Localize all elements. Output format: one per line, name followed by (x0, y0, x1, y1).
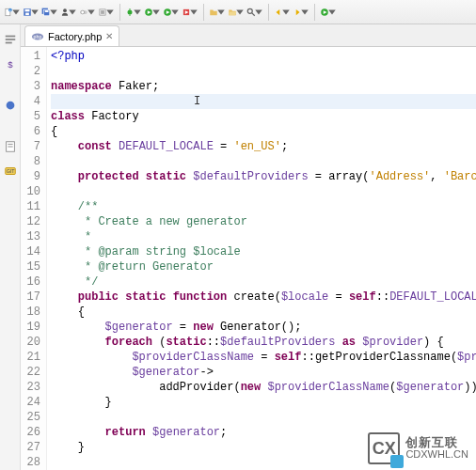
svg-rect-46 (5, 39, 15, 40)
line-number: 18 (21, 305, 40, 320)
line-number: 6 (21, 124, 40, 139)
line-number: 13 (21, 229, 40, 244)
line-number: 23 (21, 380, 40, 395)
code-line[interactable]: { (51, 124, 476, 139)
svg-marker-33 (217, 9, 225, 14)
toolbar-separator (314, 4, 315, 21)
toolbar-separator (119, 4, 120, 21)
code-line[interactable]: $generator = new Generator(); (51, 320, 476, 335)
editor-tab-active[interactable]: php Factory.php ✕ (24, 25, 119, 46)
code-line[interactable]: public static function create($locale = … (51, 290, 476, 305)
code-line[interactable]: class Factory (51, 109, 476, 124)
line-number: 15 (21, 259, 40, 274)
svg-text:$: $ (8, 59, 13, 70)
line-number: 14 (21, 244, 40, 259)
toggle-icon[interactable] (79, 4, 96, 21)
user-icon[interactable] (60, 4, 77, 21)
code-line[interactable]: */ (51, 274, 476, 290)
code-line[interactable] (51, 410, 476, 425)
line-number: 24 (21, 395, 40, 410)
outline-icon[interactable] (3, 32, 18, 47)
svg-marker-32 (190, 9, 198, 14)
main-toolbar: + (0, 0, 476, 24)
svg-marker-16 (87, 9, 95, 14)
svg-text:php: php (34, 33, 42, 39)
vars-icon[interactable]: $ (3, 56, 18, 71)
new-folder-icon[interactable] (209, 4, 226, 21)
svg-marker-26 (152, 9, 160, 14)
text-cursor-icon: I (194, 94, 195, 107)
svg-rect-18 (101, 10, 104, 14)
svg-marker-23 (134, 9, 141, 14)
code-line[interactable]: * (51, 229, 476, 244)
main-area: $GIT php Factory.php ✕ 12345678910111213… (0, 24, 476, 470)
line-number: 1 (21, 49, 40, 64)
code-line[interactable]: * @param string $locale (51, 244, 476, 259)
line-number: 2 (21, 64, 40, 79)
code-content[interactable]: <?phpnamespace Faker;Iclass Factory{ con… (47, 47, 476, 470)
svg-marker-7 (31, 9, 39, 14)
line-number: 9 (21, 169, 40, 184)
code-line[interactable]: { (51, 305, 476, 320)
svg-point-15 (81, 10, 85, 14)
code-line[interactable] (51, 64, 476, 79)
svg-marker-38 (277, 8, 280, 14)
save-icon[interactable] (23, 4, 40, 21)
open-folder-icon[interactable] (228, 4, 245, 21)
code-line[interactable]: <?php (51, 49, 476, 64)
code-line[interactable]: addProvider(new $providerClassName($gene… (51, 380, 476, 395)
tasks-icon[interactable] (3, 139, 18, 154)
line-number: 22 (21, 365, 40, 380)
launch-icon[interactable] (320, 4, 337, 21)
svg-marker-39 (282, 9, 290, 14)
svg-rect-21 (129, 8, 130, 9)
svg-point-35 (247, 8, 252, 13)
code-line[interactable] (51, 455, 476, 470)
line-number: 10 (21, 184, 40, 199)
code-line[interactable] (51, 154, 476, 169)
nav-back-icon[interactable] (274, 4, 291, 21)
code-line[interactable]: const DEFAULT_LOCALE = 'en_US'; (51, 139, 476, 154)
code-line[interactable]: return $generator; (51, 425, 476, 440)
code-editor[interactable]: 1234567891011121314151617181920212223242… (21, 47, 476, 470)
code-line[interactable]: } (51, 440, 476, 455)
breakpoint-icon[interactable] (3, 98, 18, 113)
svg-rect-5 (25, 8, 30, 11)
svg-marker-13 (69, 9, 76, 14)
line-number-gutter: 1234567891011121314151617181920212223242… (21, 47, 47, 470)
tab-close-icon[interactable]: ✕ (105, 31, 113, 41)
svg-text:GIT: GIT (6, 168, 15, 174)
svg-marker-34 (236, 9, 244, 14)
line-number: 5 (21, 109, 40, 124)
nav-fwd-icon[interactable] (293, 4, 309, 21)
code-line[interactable]: * Create a new generator (51, 214, 476, 229)
code-line[interactable]: protected static $defaultProviders = arr… (51, 169, 476, 184)
editor-tab-bar: php Factory.php ✕ (21, 24, 476, 47)
run-ext-icon[interactable] (163, 4, 180, 21)
line-number: 12 (21, 214, 40, 229)
code-line[interactable]: * @return Generator (51, 259, 476, 274)
run-icon[interactable] (144, 4, 161, 21)
search-icon[interactable] (246, 4, 263, 21)
left-tool-gutter: $GIT (0, 24, 21, 470)
line-number: 21 (21, 350, 40, 365)
code-line[interactable]: /** (51, 199, 476, 214)
code-line[interactable]: $providerClassName = self::getProviderCl… (51, 350, 476, 365)
code-line[interactable]: foreach (static::$defaultProviders as $p… (51, 335, 476, 350)
build-icon[interactable] (98, 4, 115, 21)
git-icon[interactable]: GIT (3, 164, 18, 179)
line-number: 11 (21, 199, 40, 214)
toolbar-separator (268, 4, 269, 21)
save-all-icon[interactable] (41, 4, 58, 21)
new-file-icon[interactable]: + (4, 4, 21, 21)
code-line[interactable] (51, 184, 476, 199)
svg-rect-22 (129, 14, 130, 15)
line-number: 8 (21, 154, 40, 169)
svg-rect-45 (5, 36, 15, 38)
code-line[interactable]: namespace Faker; (51, 79, 476, 94)
ext-tool-icon[interactable] (182, 4, 198, 21)
code-line[interactable]: } (51, 395, 476, 410)
code-line[interactable]: $generator-> (51, 365, 476, 380)
debug-icon[interactable] (125, 4, 142, 21)
code-line[interactable]: I (51, 94, 476, 109)
